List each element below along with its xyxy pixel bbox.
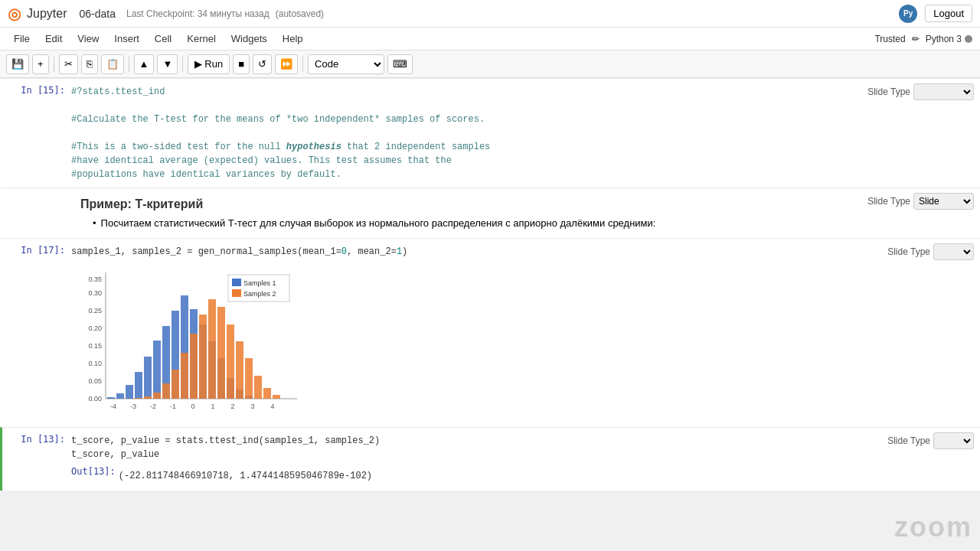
cell-17-slide-label: Slide Type [887,246,930,257]
menu-widgets[interactable]: Widgets [225,30,273,47]
cell-15-code: #?stats.ttest_ind #Calculate the T-test … [71,82,861,184]
code-line-blank [71,99,861,112]
menu-bar: File Edit View Insert Cell Kernel Widget… [0,28,980,51]
checkpoint-text: Last Checkpoint: 34 минуты назад [126,8,270,19]
svg-rect-41 [190,334,198,399]
keyboard-shortcuts-button[interactable]: ⌨ [387,54,413,74]
logout-button[interactable]: Logout [925,5,972,22]
svg-rect-24 [153,341,161,399]
cell-13-code: t_score, p_value = stats.ttest_ind(sampl… [71,431,881,465]
edit-pencil-icon[interactable]: ✏ [912,34,920,44]
cell-md-slide-label: Slide Type [867,196,910,207]
menu-insert[interactable]: Insert [108,30,145,47]
stop-button[interactable]: ■ [233,54,250,74]
svg-rect-40 [181,353,188,399]
move-up-button[interactable]: ▲ [134,54,155,74]
cell-md-slide-select[interactable]: Slide Sub-Slide Fragment Skip Notes [913,193,974,210]
svg-text:4: 4 [270,403,274,410]
menu-file[interactable]: File [8,30,36,47]
jupyter-logo-icon: ◎ [8,5,21,23]
cell-17-content[interactable]: samples_1, samples_2 = gen_normal_sample… [71,239,884,427]
svg-rect-22 [135,372,142,399]
cell-13-content[interactable]: t_score, p_value = stats.ttest_ind(sampl… [71,428,884,491]
menu-right-area: Trusted ✏ Python 3 [874,34,972,44]
svg-rect-20 [116,393,124,399]
svg-rect-53 [232,289,241,297]
menu-cell[interactable]: Cell [149,30,178,47]
svg-text:3: 3 [250,403,254,410]
svg-text:0.00: 0.00 [88,395,102,403]
toolbar-separator-4 [302,57,303,72]
cell-17-chart: 0.00 0.05 0.10 0.15 0.20 0.25 0.30 0.35 … [71,262,881,424]
cell-13-output: (-22.811748466910718, 1.4744148595046789… [119,466,372,486]
svg-text:-2: -2 [150,403,156,410]
svg-text:0.10: 0.10 [88,360,102,367]
cell-13-slide-select[interactable]: Slide [933,432,974,449]
svg-rect-42 [199,315,207,399]
cell-17: In [17]: samples_1, samples_2 = gen_norm… [0,238,980,427]
cell-17-in-label: In [17]: [21,245,65,256]
cell-13-code-line-2: t_score, p_value [71,448,881,461]
svg-rect-43 [208,299,216,399]
svg-text:0.30: 0.30 [88,289,102,297]
copy-button[interactable]: ⎘ [81,54,98,74]
cell-md-body: Пример: Т-критерий Посчитаем статистичес… [71,191,861,235]
add-cell-button[interactable]: + [32,54,49,74]
run-button[interactable]: ▶ Run [188,54,230,74]
code-line-4: #have identical average (expected) value… [71,154,861,168]
menu-view[interactable]: View [71,30,105,47]
cell-17-slide-select[interactable]: Slide [933,243,974,260]
menu-help[interactable]: Help [276,30,309,47]
cell-13: In [13]: t_score, p_value = stats.ttest_… [0,427,980,491]
cell-13-prompt: In [13]: [2,428,71,491]
svg-text:Samples 2: Samples 2 [243,290,276,298]
cell-17-prompt: In [17]: [2,239,71,427]
svg-text:Samples 1: Samples 1 [243,279,276,287]
top-bar-left: ◎ Jupyter 06-data Last Checkpoint: 34 ми… [8,5,324,23]
svg-text:0.20: 0.20 [88,324,102,332]
cell-13-output-area: Out[13]: (-22.811748466910718, 1.4744148… [71,465,881,487]
restart-button[interactable]: ↺ [253,54,272,74]
cell-markdown: Пример: Т-критерий Посчитаем статистичес… [0,187,980,238]
svg-rect-45 [227,324,234,399]
cell-md-heading: Пример: Т-критерий [80,197,852,211]
cell-15-in-label: In [15]: [21,85,65,96]
svg-text:0: 0 [191,403,194,410]
svg-rect-48 [254,376,262,399]
cell-type-select[interactable]: Code Markdown Raw NBConvert Heading [308,54,384,74]
move-down-button[interactable]: ▼ [157,54,178,74]
cell-15-content[interactable]: #?stats.ttest_ind #Calculate the T-test … [71,79,864,187]
svg-rect-44 [217,307,225,399]
kernel-name: Python 3 [926,34,962,44]
save-button[interactable]: 💾 [6,54,29,74]
svg-text:-4: -4 [110,403,116,410]
menu-edit[interactable]: Edit [39,30,68,47]
cell-md-bullet-item: Посчитаем статистический Т-тест для случ… [93,217,655,229]
cell-15: In [15]: #?stats.ttest_ind #Calculate th… [0,78,980,187]
menu-kernel[interactable]: Kernel [181,30,222,47]
paste-button[interactable]: 📋 [101,54,124,74]
kernel-status-icon [965,35,972,43]
cell-md-bullet-list: Посчитаем статистический Т-тест для случ… [80,217,852,229]
cell-15-slide-area: Slide Type Slide Sub-Slide Fragment Skip… [864,79,980,105]
svg-text:0.35: 0.35 [88,276,102,283]
svg-rect-49 [263,388,271,399]
svg-rect-36 [144,396,152,399]
trusted-button[interactable]: Trusted [874,34,905,44]
cell-13-in-label: In [13]: [21,434,65,445]
cell-15-slide-select[interactable]: Slide Sub-Slide Fragment Skip Notes [913,83,974,100]
cut-button[interactable]: ✂ [59,54,78,74]
svg-text:2: 2 [230,403,234,410]
cell-13-slide-label: Slide Type [887,435,930,446]
restart-run-button[interactable]: ⏩ [275,54,298,74]
run-label: Run [204,58,223,70]
svg-rect-19 [107,397,115,399]
svg-rect-23 [144,357,152,399]
toolbar-separator-2 [129,57,129,72]
notebook: In [15]: #?stats.ttest_ind #Calculate th… [0,78,980,551]
code-line-5: #populations have identical variances by… [71,168,861,181]
app-name: Jupyter [27,7,67,21]
code-line-1: #?stats.ttest_ind [71,85,861,99]
notebook-name[interactable]: 06-data [79,8,115,20]
cell-15-prompt: In [15]: [2,79,71,187]
